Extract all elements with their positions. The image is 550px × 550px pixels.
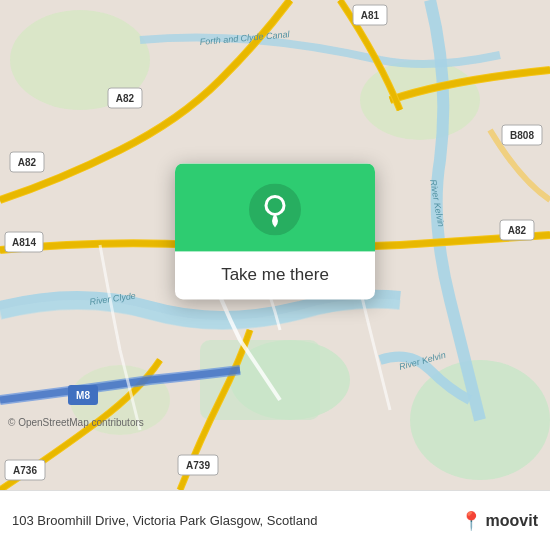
svg-text:A82: A82: [508, 225, 527, 236]
take-me-there-button[interactable]: Take me there: [209, 251, 341, 299]
svg-point-2: [360, 60, 480, 140]
moovit-pin-icon: 📍: [460, 510, 482, 532]
svg-text:A736: A736: [13, 465, 37, 476]
svg-text:A739: A739: [186, 460, 210, 471]
svg-text:A82: A82: [18, 157, 37, 168]
navigation-card[interactable]: Take me there: [175, 163, 375, 299]
svg-text:B808: B808: [510, 130, 534, 141]
moovit-brand-text: moovit: [486, 512, 538, 530]
svg-text:A82: A82: [116, 93, 135, 104]
copyright-text: © OpenStreetMap contributors: [8, 417, 144, 428]
svg-text:A814: A814: [12, 237, 36, 248]
svg-text:A81: A81: [361, 10, 380, 21]
moovit-logo: 📍 moovit: [460, 510, 538, 532]
footer-bar: 103 Broomhill Drive, Victoria Park Glasg…: [0, 490, 550, 550]
map-area: A82 A82 A814 AB14 A81 B808 A82 A739 A736…: [0, 0, 550, 490]
address-text: 103 Broomhill Drive, Victoria Park Glasg…: [12, 513, 452, 528]
svg-point-31: [249, 183, 301, 235]
card-green-header: [175, 163, 375, 251]
svg-text:M8: M8: [76, 390, 90, 401]
location-pin-icon: [249, 183, 301, 235]
